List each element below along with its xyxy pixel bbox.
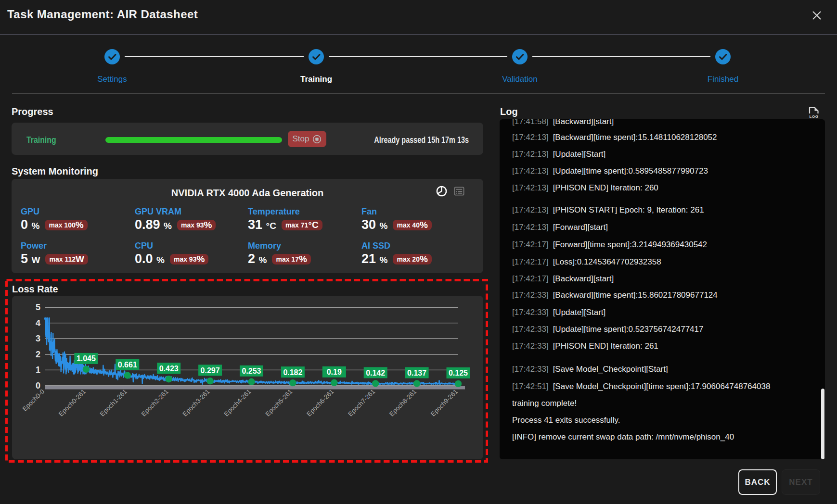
svg-text:Epoch8-261: Epoch8-261 [388,388,418,418]
svg-text:Epoch4-261: Epoch4-261 [223,388,253,418]
svg-text:5: 5 [36,302,40,312]
svg-text:0.19: 0.19 [327,368,342,376]
svg-text:Epoch0-261: Epoch0-261 [57,388,87,418]
svg-text:0.661: 0.661 [118,361,137,369]
svg-text:Epoch7-261: Epoch7-261 [347,388,376,418]
svg-text:0.423: 0.423 [159,365,179,373]
svg-text:Epoch1-261: Epoch1-261 [99,388,129,418]
svg-text:3: 3 [36,334,40,343]
svg-text:LOG: LOG [810,114,819,118]
svg-text:Epoch3-261: Epoch3-261 [181,388,211,418]
svg-text:0.297: 0.297 [201,366,220,375]
svg-text:4: 4 [36,318,40,328]
svg-text:Epoch5-261: Epoch5-261 [264,388,294,418]
svg-text:Epoch6-261: Epoch6-261 [305,388,335,418]
svg-text:0.253: 0.253 [242,367,261,375]
svg-text:Epoch0-0: Epoch0-0 [21,388,46,413]
svg-text:0.137: 0.137 [407,369,426,377]
svg-text:Epoch2-261: Epoch2-261 [140,388,170,418]
svg-text:0.182: 0.182 [283,368,302,377]
svg-text:1: 1 [36,365,40,375]
svg-text:0.142: 0.142 [366,369,385,377]
svg-text:Epoch9-261: Epoch9-261 [429,388,459,418]
svg-text:1.045: 1.045 [77,354,96,363]
svg-text:2: 2 [36,350,40,359]
svg-text:0.125: 0.125 [449,369,468,377]
